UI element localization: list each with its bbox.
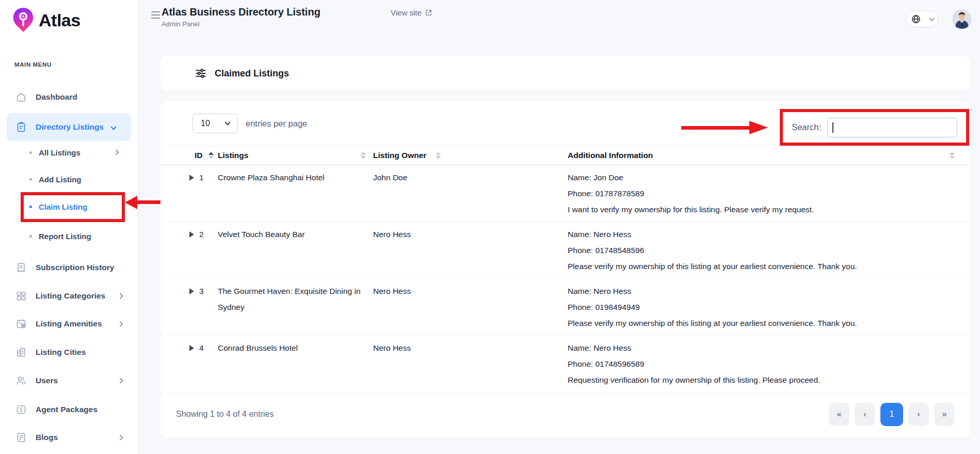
pagination-next-button[interactable]: › <box>908 403 929 426</box>
user-avatar[interactable] <box>952 9 972 29</box>
column-label: ID <box>195 151 203 160</box>
sort-icon <box>361 152 366 159</box>
sidebar-item-all-listings[interactable]: All Listings <box>0 139 138 166</box>
sidebar-item-label: Agent Packages <box>36 405 98 414</box>
sidebar-item-subscription-history[interactable]: Subscription History <box>0 254 138 281</box>
claimant-name: Name: Jon Doe <box>568 169 955 185</box>
sidebar-item-agent-packages[interactable]: $ Agent Packages <box>0 396 138 423</box>
column-header-additional-information[interactable]: Additional Information <box>568 151 955 160</box>
pagination-last-button[interactable]: » <box>934 403 955 426</box>
page-size-select[interactable]: 10 <box>192 114 238 133</box>
chevron-right-icon <box>117 434 123 440</box>
sidebar-item-label: Listing Amenities <box>36 319 102 328</box>
globe-icon <box>911 14 921 24</box>
receipt-icon <box>15 262 27 273</box>
column-header-listings[interactable]: Listings <box>218 151 373 160</box>
additional-information: Name: Nero Hess Phone: 01748596589 Reque… <box>568 340 955 388</box>
sidebar: Atlas MAIN MENU Dashboard Directory List… <box>0 0 138 454</box>
table-row: 3 The Gourmet Haven: Exquisite Dining in… <box>160 279 970 336</box>
listing-owner: John Doe <box>373 169 568 217</box>
chevron-right-icon <box>113 149 119 155</box>
claimed-listings-card: 10 entries per page Search: ID Listings <box>160 101 970 438</box>
clipboard-icon <box>15 121 27 133</box>
expand-row-icon[interactable] <box>189 288 194 294</box>
sidebar-item-listing-amenities[interactable]: Listing Amenities <box>0 310 138 337</box>
row-id: 2 <box>199 226 204 242</box>
bullet-icon <box>29 178 32 181</box>
listing-owner: Nero Hess <box>373 283 568 331</box>
column-label: Listings <box>218 151 248 160</box>
pagination: « ‹ 1 › » <box>829 403 955 426</box>
text-cursor <box>832 122 833 133</box>
brand-logo[interactable]: Atlas <box>12 7 81 33</box>
sidebar-item-label: Add Listing <box>39 175 82 184</box>
row-id: 4 <box>199 340 204 356</box>
listing-owner: Nero Hess <box>373 226 568 274</box>
sort-icon <box>436 152 441 159</box>
additional-information: Name: Nero Hess Phone: 0198494949 Please… <box>568 283 955 331</box>
sidebar-item-label: Report Listing <box>39 232 91 241</box>
sidebar-item-dashboard[interactable]: Dashboard <box>0 84 138 111</box>
column-header-id[interactable]: ID <box>189 151 218 160</box>
row-id: 1 <box>199 169 204 185</box>
sidebar-section-label: MAIN MENU <box>14 61 52 68</box>
claimant-phone: Phone: 01748596589 <box>568 356 955 372</box>
claimant-name: Name: Nero Hess <box>568 340 955 356</box>
column-header-listing-owner[interactable]: Listing Owner <box>373 151 568 160</box>
dollar-icon: $ <box>15 404 27 415</box>
page-title: Atlas Business Directory Listing <box>162 6 320 18</box>
listing-name: The Gourmet Haven: Exquisite Dining in S… <box>218 283 373 331</box>
sidebar-item-report-listing[interactable]: Report Listing <box>0 223 138 249</box>
pagination-page-1-button[interactable]: 1 <box>880 403 903 426</box>
claim-message: Please verify my ownership of this listi… <box>568 258 955 274</box>
table-header-row: ID Listings Listing Owner Additional Inf… <box>160 146 970 165</box>
view-site-label: View site <box>391 8 422 17</box>
sidebar-item-add-listing[interactable]: Add Listing <box>0 166 138 193</box>
grid-icon <box>15 290 27 302</box>
blog-icon <box>15 432 27 443</box>
entries-summary: Showing 1 to 4 of 4 entries <box>176 410 274 419</box>
expand-row-icon[interactable] <box>189 345 194 351</box>
sidebar-item-directory-listings[interactable]: Directory Listings <box>7 113 131 141</box>
sidebar-item-label: Subscription History <box>36 263 114 272</box>
sidebar-item-blogs[interactable]: Blogs <box>0 424 138 451</box>
calendar-plus-icon <box>15 318 27 330</box>
page-subtitle: Admin Panel <box>162 20 200 28</box>
sidebar-item-claim-listing[interactable]: Claim Listing <box>0 193 138 220</box>
column-label: Additional Information <box>568 151 653 160</box>
entries-per-page-label: entries per page <box>246 119 307 129</box>
expand-row-icon[interactable] <box>189 231 194 238</box>
sidebar-item-label: Blogs <box>36 433 58 442</box>
pagination-first-button[interactable]: « <box>829 403 849 426</box>
claimant-phone: Phone: 01748548596 <box>568 242 955 258</box>
claim-message: Requesting verification for my ownership… <box>568 372 955 388</box>
sidebar-item-users[interactable]: Users <box>0 367 138 394</box>
search-input[interactable] <box>827 118 957 137</box>
external-link-icon <box>425 9 432 17</box>
sidebar-item-listing-cities[interactable]: Listing Cities <box>0 339 138 366</box>
search-label: Search: <box>792 122 821 132</box>
bullet-icon <box>29 206 32 208</box>
row-id: 3 <box>199 283 204 299</box>
view-site-link[interactable]: View site <box>391 8 432 17</box>
hamburger-menu-icon[interactable] <box>151 11 160 19</box>
expand-row-icon[interactable] <box>189 175 194 181</box>
chevron-down-icon <box>224 119 230 125</box>
sidebar-item-label: Claim Listing <box>39 202 87 211</box>
building-icon <box>15 347 27 358</box>
sort-icon <box>950 152 955 159</box>
listing-name: Conrad Brussels Hotel <box>218 340 373 388</box>
table-row: 4 Conrad Brussels Hotel Nero Hess Name: … <box>160 336 970 393</box>
page-size-value: 10 <box>201 119 210 128</box>
listing-owner: Nero Hess <box>373 340 568 388</box>
language-selector[interactable] <box>906 11 938 27</box>
panel-header-card: Claimed Listings <box>160 56 970 91</box>
sidebar-item-label: Listing Categories <box>36 291 105 301</box>
search-input-wrap <box>827 118 957 137</box>
chevron-right-icon <box>117 321 123 326</box>
table-footer: Showing 1 to 4 of 4 entries « ‹ 1 › » <box>160 393 970 436</box>
pagination-prev-button[interactable]: ‹ <box>855 403 875 426</box>
sidebar-item-listing-categories[interactable]: Listing Categories <box>0 283 138 309</box>
claim-message: I want to verify my ownership for this l… <box>568 201 955 217</box>
sidebar-item-label: Listing Cities <box>36 348 86 357</box>
